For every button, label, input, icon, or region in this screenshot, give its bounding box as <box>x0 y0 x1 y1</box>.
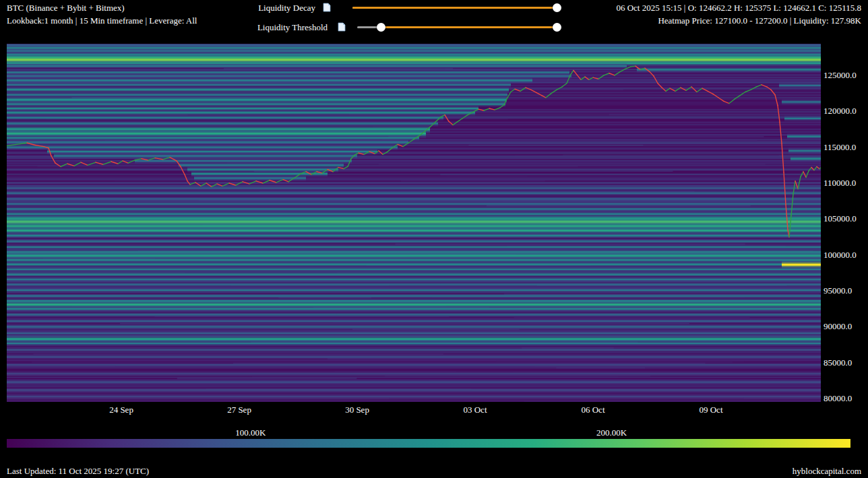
lookback-settings-text: Lookback:1 month | 15 Min timeframe | Le… <box>7 15 197 26</box>
site-watermark: hyblockcapital.com <box>793 466 861 477</box>
last-updated-text: Last Updated: 11 Oct 2025 19:27 (UTC) <box>7 466 149 477</box>
page-title: BTC (Binance + Bybit + Bitmex) <box>7 3 125 13</box>
ohlc-readout: 06 Oct 2025 15:15 | O: 124662.2 H: 12537… <box>616 3 861 13</box>
liquidity-decay-slider[interactable] <box>352 7 557 9</box>
heatmap-price-readout: Heatmap Price: 127100.0 - 127200.0 | Liq… <box>658 15 861 26</box>
liquidity-heatmap-plot[interactable] <box>7 44 821 402</box>
date-tick-label: 24 Sep <box>109 405 133 415</box>
price-tick-label: 95000.0 <box>824 285 852 296</box>
liquidity-heatmap-app: BTC (Binance + Bybit + Bitmex) Lookback:… <box>0 0 868 478</box>
liquidity-threshold-high-handle[interactable] <box>553 23 561 32</box>
price-tick-label: 105000.0 <box>824 213 857 224</box>
colorbar-tick-label: 100.00K <box>235 428 266 438</box>
price-tick-label: 125000.0 <box>824 70 857 81</box>
liquidity-decay-slider-fill <box>352 7 557 9</box>
price-tick-label: 115000.0 <box>824 142 856 153</box>
liquidity-threshold-slider-fill <box>381 26 557 28</box>
liquidity-decay-label: Liquidity Decay <box>229 3 315 13</box>
price-tick-label: 80000.0 <box>824 393 852 404</box>
date-tick-label: 30 Sep <box>345 405 369 415</box>
date-tick-label: 09 Oct <box>699 405 722 415</box>
document-icon[interactable] <box>337 22 346 32</box>
price-tick-label: 85000.0 <box>824 357 852 368</box>
liquidity-threshold-label: Liquidity Threshold <box>222 22 328 33</box>
date-tick-label: 06 Oct <box>581 405 604 415</box>
price-tick-label: 110000.0 <box>824 178 856 189</box>
liquidity-decay-slider-handle[interactable] <box>553 3 561 12</box>
liquidity-threshold-low-handle[interactable] <box>377 23 385 32</box>
date-tick-label: 27 Sep <box>227 405 251 415</box>
price-tick-label: 90000.0 <box>824 321 852 332</box>
colorbar-tick-label: 200.00K <box>596 428 627 438</box>
price-tick-label: 100000.0 <box>824 250 857 261</box>
date-tick-label: 03 Oct <box>463 405 487 415</box>
liquidity-colorbar <box>7 439 850 448</box>
price-tick-label: 120000.0 <box>824 106 857 116</box>
document-icon[interactable] <box>322 3 332 12</box>
liquidity-threshold-range-slider[interactable] <box>357 26 557 28</box>
